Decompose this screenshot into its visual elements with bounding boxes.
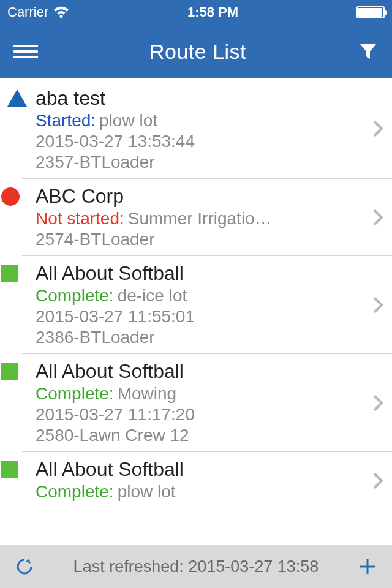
row-title: aba test — [36, 87, 359, 110]
carrier-label: Carrier — [7, 4, 48, 20]
route-row[interactable]: aba testStarted:plow lot2015-03-27 13:53… — [0, 78, 392, 178]
row-status: Complete:plow lot — [36, 482, 359, 502]
route-row[interactable]: All About SoftballComplete:de-ice lot201… — [22, 255, 392, 353]
chevron-right-icon — [372, 119, 383, 138]
route-row[interactable]: All About SoftballComplete:plow lot — [22, 451, 392, 509]
menu-button[interactable] — [13, 45, 38, 58]
row-title: All About Softball — [36, 360, 359, 383]
row-content: aba testStarted:plow lot2015-03-27 13:53… — [36, 87, 383, 172]
row-status: Started:plow lot — [36, 111, 359, 130]
filter-button[interactable] — [358, 41, 379, 62]
wifi-icon — [53, 6, 69, 18]
circle-icon — [0, 185, 36, 206]
row-time: 2015-03-27 11:17:20 — [36, 405, 359, 424]
status-label: Not started: — [36, 209, 124, 228]
chevron-right-icon — [372, 472, 383, 490]
status-task: plow lot — [118, 482, 176, 501]
chevron-right-icon — [372, 394, 383, 412]
row-title: ABC Corp — [36, 185, 359, 208]
row-status: Complete:Mowing — [36, 384, 359, 404]
add-button[interactable] — [355, 554, 380, 579]
page-title: Route List — [149, 40, 246, 64]
status-label: Complete: — [36, 482, 114, 501]
row-code: 2574-BTLoader — [36, 230, 359, 249]
row-time: 2015-03-27 11:55:01 — [36, 307, 359, 326]
chevron-right-icon — [372, 208, 383, 227]
row-content: All About SoftballComplete:Mowing2015-03… — [36, 360, 383, 445]
row-time: 2015-03-27 13:53:44 — [36, 132, 359, 151]
status-left: Carrier — [7, 4, 69, 20]
status-task: plow lot — [99, 111, 157, 130]
route-list: aba testStarted:plow lot2015-03-27 13:53… — [0, 78, 392, 545]
battery-icon — [356, 6, 385, 18]
last-refreshed-label: Last refreshed: 2015-03-27 13:58 — [37, 557, 355, 576]
status-right — [356, 6, 385, 18]
row-code: 2357-BTLoader — [36, 153, 359, 172]
row-content: All About SoftballComplete:plow lot — [36, 458, 383, 503]
row-status: Not started:Summer Irrigatio… — [36, 209, 359, 228]
row-code: 2580-Lawn Crew 12 — [36, 426, 359, 445]
square-icon — [0, 458, 36, 478]
status-label: Started: — [36, 111, 96, 130]
row-status: Complete:de-ice lot — [36, 286, 359, 306]
row-title: All About Softball — [36, 262, 359, 285]
status-time: 1:58 PM — [187, 4, 238, 20]
status-label: Complete: — [36, 384, 114, 403]
chevron-right-icon — [372, 296, 383, 314]
status-bar: Carrier 1:58 PM — [0, 0, 392, 24]
status-label: Complete: — [36, 286, 114, 305]
route-row[interactable]: All About SoftballComplete:Mowing2015-03… — [22, 353, 392, 451]
row-code: 2386-BTLoader — [36, 328, 359, 347]
status-task: Summer Irrigatio… — [128, 209, 272, 228]
status-task: Mowing — [118, 384, 176, 403]
row-title: All About Softball — [36, 458, 359, 481]
square-icon — [0, 262, 36, 282]
route-row[interactable]: ABC CorpNot started:Summer Irrigatio…257… — [22, 178, 392, 255]
row-content: ABC CorpNot started:Summer Irrigatio…257… — [36, 185, 383, 249]
square-icon — [0, 360, 36, 380]
refresh-button[interactable] — [12, 554, 37, 579]
row-content: All About SoftballComplete:de-ice lot201… — [36, 262, 383, 347]
status-task: de-ice lot — [118, 286, 187, 305]
nav-bar: Route List — [0, 24, 392, 78]
footer-bar: Last refreshed: 2015-03-27 13:58 — [0, 545, 392, 588]
triangle-icon — [6, 87, 36, 107]
